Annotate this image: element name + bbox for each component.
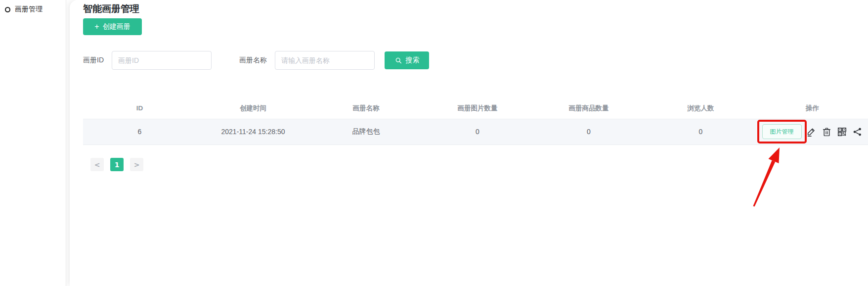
main-content: 智能画册管理 + 创建画册 画册ID 画册名称 搜索 (70, 0, 868, 286)
cell-view-count: 0 (645, 119, 757, 144)
search-button[interactable]: 搜索 (385, 51, 429, 69)
search-form: 画册ID 画册名称 搜索 (83, 51, 429, 70)
create-album-label: 创建画册 (103, 22, 130, 31)
sidebar-item-album-management[interactable]: 画册管理 (0, 0, 66, 19)
album-id-input[interactable] (112, 51, 212, 70)
search-button-label: 搜索 (406, 56, 420, 65)
sidebar: 画册管理 (0, 0, 66, 286)
share-button[interactable] (852, 126, 863, 137)
qrcode-icon (837, 127, 847, 137)
col-header-name: 画册名称 (310, 98, 422, 119)
page-title: 智能画册管理 (83, 2, 139, 15)
pagination-prev-button[interactable]: < (90, 158, 104, 171)
cell-image-count: 0 (422, 119, 533, 144)
pagination-next-button[interactable]: > (130, 158, 143, 171)
album-table: ID 创建时间 画册名称 画册图片数量 画册商品数量 浏览人数 操作 6 202… (83, 98, 868, 145)
delete-button[interactable] (822, 126, 832, 137)
cell-created-at: 2021-11-24 15:28:50 (196, 119, 310, 144)
col-header-actions: 操作 (757, 98, 868, 119)
image-manage-button[interactable]: 图片管理 (762, 124, 802, 139)
cell-id: 6 (83, 119, 196, 144)
qrcode-button[interactable] (837, 126, 848, 137)
search-icon (394, 56, 402, 64)
cell-actions: 图片管理 (757, 119, 868, 144)
col-header-product-count: 画册商品数量 (533, 98, 645, 119)
col-header-view-count: 浏览人数 (645, 98, 757, 119)
circle-icon (5, 7, 10, 12)
album-management-page: 画册管理 智能画册管理 + 创建画册 画册ID 画册名称 搜索 (0, 0, 868, 286)
share-icon (852, 127, 863, 137)
plus-icon: + (94, 23, 99, 31)
album-name-input[interactable] (275, 51, 375, 70)
cell-name: 品牌包包 (310, 119, 422, 144)
album-name-label: 画册名称 (239, 56, 267, 65)
col-header-created-at: 创建时间 (196, 98, 310, 119)
table-header-row: ID 创建时间 画册名称 画册图片数量 画册商品数量 浏览人数 操作 (83, 98, 868, 119)
edit-icon (806, 127, 817, 137)
album-id-label: 画册ID (83, 56, 104, 65)
cell-product-count: 0 (533, 119, 645, 144)
pagination-page-1[interactable]: 1 (110, 158, 124, 171)
pagination: < 1 > (90, 158, 143, 171)
delete-icon (822, 127, 832, 137)
image-manage-annotated: 图片管理 (762, 124, 802, 139)
col-header-image-count: 画册图片数量 (422, 98, 533, 119)
edit-button[interactable] (806, 126, 817, 137)
create-album-button[interactable]: + 创建画册 (83, 18, 142, 35)
sidebar-item-label: 画册管理 (15, 5, 43, 14)
col-header-id: ID (83, 98, 196, 119)
table-row: 6 2021-11-24 15:28:50 品牌包包 0 0 0 图片管理 (83, 119, 868, 144)
